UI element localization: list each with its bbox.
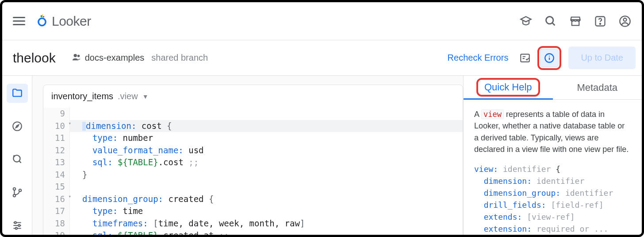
info-button-highlight <box>537 46 561 70</box>
quick-help-body: A view represents a table of data in Loo… <box>464 100 642 235</box>
help-icon[interactable] <box>594 15 606 27</box>
looker-logo-icon <box>36 14 48 28</box>
code-line[interactable]: 18 timeframes: [time, date, week, month,… <box>43 218 463 230</box>
svg-point-4 <box>546 16 553 23</box>
side-panel: Quick Help Metadata A view represents a … <box>463 76 642 235</box>
project-bar: thelook docs-examples shared branch Rech… <box>2 40 642 76</box>
rail-files-icon[interactable] <box>7 84 28 103</box>
learn-icon[interactable] <box>520 15 532 27</box>
team-icon <box>72 52 81 64</box>
tab-quick-help-highlight: Quick Help <box>476 78 540 97</box>
svg-rect-11 <box>521 54 530 62</box>
svg-point-8 <box>624 18 627 21</box>
svg-point-21 <box>15 227 17 229</box>
svg-point-17 <box>13 194 15 197</box>
code-line[interactable]: 15 <box>43 181 463 193</box>
team-name: docs-examples <box>85 53 145 63</box>
svg-point-6 <box>600 23 601 24</box>
file-tab[interactable]: inventory_items.view ▼ <box>43 85 463 108</box>
branch-label: shared branch <box>151 53 208 63</box>
search-icon[interactable] <box>544 15 557 27</box>
info-button[interactable] <box>540 49 559 67</box>
tab-metadata[interactable]: Metadata <box>553 76 642 100</box>
editor-card: inventory_items.view ▼ 910dimension: cos… <box>43 85 463 235</box>
menu-icon[interactable] <box>13 17 25 25</box>
up-to-date-button[interactable]: Up to Date <box>568 47 636 69</box>
topbar: Looker <box>2 2 642 40</box>
code-line[interactable]: 17 type: time <box>43 205 463 218</box>
code-line[interactable]: 10dimension: cost { <box>43 120 463 132</box>
topbar-actions <box>520 15 631 27</box>
svg-point-14 <box>13 122 22 131</box>
rail-explore-icon[interactable] <box>7 117 28 136</box>
file-ext: .view <box>118 91 138 101</box>
app-name: Looker <box>52 14 91 29</box>
chevron-down-icon: ▼ <box>142 93 149 100</box>
code-line[interactable]: 9 <box>43 108 463 120</box>
tab-quick-help[interactable]: Quick Help <box>464 76 553 100</box>
logo[interactable]: Looker <box>36 14 91 29</box>
help-intro: A view represents a table of data in Loo… <box>474 109 631 155</box>
svg-point-13 <box>549 55 550 56</box>
help-syntax-block: view: identifier { dimension: identifier… <box>474 163 631 235</box>
left-rail <box>2 76 32 235</box>
rail-search-icon[interactable] <box>7 150 28 169</box>
code-line[interactable]: 12 value_format_name: usd <box>43 144 463 157</box>
account-icon[interactable] <box>619 15 631 27</box>
svg-point-1 <box>41 15 43 17</box>
validate-icon[interactable] <box>517 50 533 66</box>
svg-point-2 <box>43 16 45 18</box>
code-line[interactable]: 11 type: number <box>43 132 463 144</box>
code-editor[interactable]: 910dimension: cost {11 type: number12 va… <box>43 108 463 235</box>
code-line[interactable]: 16dimension_group: created { <box>43 193 463 206</box>
svg-point-20 <box>18 225 20 226</box>
main: inventory_items.view ▼ 910dimension: cos… <box>2 76 642 235</box>
editor-panel: inventory_items.view ▼ 910dimension: cos… <box>32 76 463 235</box>
file-name: inventory_items <box>51 91 113 101</box>
svg-point-18 <box>19 189 21 191</box>
marketplace-icon[interactable] <box>569 15 582 27</box>
rail-git-icon[interactable] <box>7 183 28 202</box>
code-line[interactable]: 19 sql: ${TABLE}.created_at ;; <box>43 229 463 235</box>
help-code-view: view <box>481 109 504 119</box>
svg-point-0 <box>38 18 46 25</box>
project-title: thelook <box>13 51 56 66</box>
code-line[interactable]: 14} <box>43 169 463 181</box>
code-line[interactable]: 13 sql: ${TABLE}.cost ;; <box>43 156 463 169</box>
svg-point-19 <box>14 221 16 223</box>
tab-quick-help-label: Quick Help <box>484 82 532 93</box>
svg-point-16 <box>13 188 15 190</box>
svg-point-15 <box>13 155 20 162</box>
rail-settings-icon[interactable] <box>7 216 28 235</box>
svg-point-3 <box>42 14 43 15</box>
recheck-errors-link[interactable]: Recheck Errors <box>448 53 509 63</box>
side-tabs: Quick Help Metadata <box>464 76 642 100</box>
team-selector[interactable]: docs-examples <box>72 52 145 64</box>
svg-point-9 <box>73 54 77 57</box>
svg-point-10 <box>77 54 80 57</box>
